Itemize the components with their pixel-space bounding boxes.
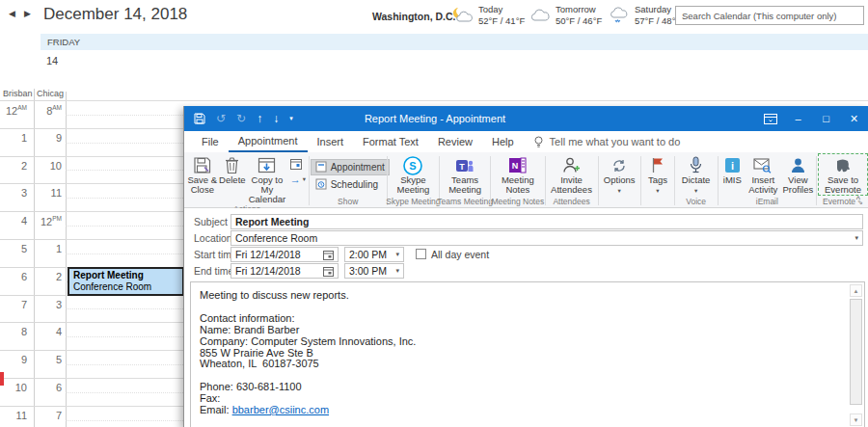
- calendar-event[interactable]: Report Meeting Conference Room: [68, 267, 184, 296]
- appointment-view-button[interactable]: Appointment: [311, 159, 390, 175]
- nav-back-icon[interactable]: ◀: [9, 9, 15, 18]
- dictate-button[interactable]: Dictate ▾: [676, 153, 717, 196]
- delete-button[interactable]: Delete: [219, 153, 247, 185]
- ribbon-display-options-icon[interactable]: [756, 106, 784, 131]
- ribbon-group-voice: Dictate ▾ Voice: [676, 153, 717, 207]
- timezone-label-left: Brisban: [3, 89, 35, 98]
- start-date-field[interactable]: Fri 12/14/2018: [231, 247, 339, 262]
- weather-temps: 50°F / 46°F: [556, 15, 602, 27]
- calendar-mini-button[interactable]: [288, 156, 308, 171]
- view-profiles-button[interactable]: View Profiles: [780, 153, 815, 195]
- collapse-ribbon-icon[interactable]: ^: [856, 195, 860, 204]
- scroll-up-icon[interactable]: ▲: [850, 284, 862, 297]
- ribbon-group-show: Appointment Scheduling Show: [311, 153, 386, 207]
- svg-text:N: N: [512, 161, 519, 171]
- options-sync-icon: [611, 155, 627, 175]
- body-scrollbar[interactable]: ▲ ▼: [850, 284, 862, 426]
- options-button[interactable]: Options ▾: [599, 153, 639, 196]
- start-date-value: Fri 12/14/2018: [235, 249, 301, 260]
- body-line: Company: Computer System Innovations, In…: [200, 336, 841, 348]
- save-icon[interactable]: [194, 113, 205, 124]
- scheduling-button[interactable]: Scheduling: [311, 176, 383, 193]
- cloud-icon: [529, 6, 552, 24]
- tab-appointment[interactable]: Appointment: [229, 131, 308, 152]
- appointment-body[interactable]: Meeting to discuss new reports.Contact i…: [190, 281, 865, 427]
- group-label-evernote: Evernote: [823, 197, 855, 207]
- tab-insert[interactable]: Insert: [308, 131, 354, 152]
- start-time-value: 2:00 PM: [349, 249, 387, 260]
- ribbon-group-actions: Save & Close Delete: [186, 153, 308, 207]
- save-close-label: Save & Close: [186, 175, 219, 195]
- move-up-icon[interactable]: ↑: [257, 113, 262, 124]
- skype-meeting-label: Skype Meeting: [390, 175, 436, 195]
- ribbon-tabs: File Appointment Insert Format Text Revi…: [184, 131, 868, 152]
- chevron-down-icon[interactable]: ▾: [395, 251, 399, 258]
- imis-button[interactable]: i iMIS: [719, 153, 746, 185]
- minimize-button[interactable]: –: [784, 106, 812, 131]
- person-icon: [790, 155, 806, 175]
- svg-text:S: S: [410, 160, 417, 172]
- scheduling-icon: [315, 178, 327, 190]
- start-time-field[interactable]: 2:00 PM ▾: [344, 247, 404, 262]
- tab-help[interactable]: Help: [482, 131, 524, 152]
- undo-icon[interactable]: ↺: [216, 113, 226, 124]
- end-date-field[interactable]: Fri 12/14/2018: [231, 263, 339, 279]
- tell-me-box[interactable]: Tell me what you want to do: [533, 131, 681, 152]
- body-line: Name: Brandi Barber: [200, 325, 841, 336]
- time-row: 62: [0, 267, 66, 295]
- search-input[interactable]: [675, 6, 864, 25]
- subject-field[interactable]: [231, 214, 863, 229]
- time-row: 95: [0, 350, 66, 378]
- redo-icon[interactable]: ↻: [236, 113, 246, 124]
- nav-forward-icon[interactable]: ▶: [24, 9, 31, 18]
- chevron-down-icon[interactable]: ▾: [395, 267, 399, 275]
- teams-meeting-button[interactable]: T Teams Meeting: [442, 153, 488, 195]
- teams-icon: T: [455, 155, 475, 175]
- meeting-notes-button[interactable]: N Meeting Notes: [494, 153, 542, 195]
- scroll-down-icon[interactable]: ▼: [850, 414, 862, 426]
- forward-button[interactable]: → ▾: [288, 172, 308, 186]
- tab-format-text[interactable]: Format Text: [353, 131, 428, 152]
- time-row: 412PM: [0, 211, 66, 239]
- insert-activity-button[interactable]: Insert Activity: [746, 153, 780, 195]
- time-row: 19: [0, 128, 66, 156]
- body-line: Wheaton, IL 60187-3075: [200, 359, 841, 370]
- chevron-down-icon: ▾: [303, 175, 306, 183]
- location-input[interactable]: [235, 232, 854, 244]
- weather-day: Tomorrow: [556, 4, 602, 15]
- move-down-icon[interactable]: ↓: [273, 113, 279, 124]
- date-picker-icon[interactable]: [323, 250, 334, 260]
- maximize-button[interactable]: □: [812, 106, 840, 131]
- subject-input[interactable]: [235, 216, 858, 227]
- all-day-checkbox[interactable]: [416, 249, 426, 259]
- invite-attendees-button[interactable]: Invite Attendees: [547, 153, 597, 195]
- chevron-down-icon: ▾: [656, 186, 659, 196]
- tab-review[interactable]: Review: [428, 131, 482, 152]
- scrollbar-thumb[interactable]: [850, 299, 862, 405]
- actions-small-buttons: → ▾: [288, 153, 308, 186]
- time-row: 117: [0, 406, 66, 427]
- time-row: 84: [0, 322, 66, 350]
- group-label-iemail: iEmail: [756, 197, 778, 207]
- date-picker-icon[interactable]: [323, 266, 334, 277]
- day-header: FRIDAY: [41, 34, 868, 50]
- time-row: 73: [0, 295, 66, 323]
- close-button[interactable]: ×: [840, 106, 868, 131]
- chevron-down-icon[interactable]: ▾: [854, 234, 858, 242]
- tab-file[interactable]: File: [192, 131, 229, 152]
- event-title: Report Meeting: [73, 270, 178, 281]
- tags-button[interactable]: Tags ▾: [642, 153, 673, 196]
- time-row: 210: [0, 156, 66, 184]
- save-to-evernote-button[interactable]: Save to Evernote: [818, 153, 868, 196]
- skype-meeting-button[interactable]: S Skype Meeting: [390, 153, 436, 195]
- body-line: Phone: 630-681-1100: [200, 382, 841, 393]
- location-field[interactable]: ▾: [231, 230, 863, 246]
- end-time-field[interactable]: 3:00 PM ▾: [344, 263, 404, 279]
- group-label-notes: Meeting Notes: [491, 197, 544, 207]
- copy-to-calendar-button[interactable]: Copy to My Calendar: [246, 153, 288, 204]
- save-close-button[interactable]: Save & Close: [186, 153, 219, 195]
- qat-customize-icon[interactable]: ▾: [289, 113, 293, 124]
- email-link[interactable]: bbarber@csiinc.com: [232, 404, 329, 415]
- appointment-item-icon: [315, 161, 327, 173]
- group-separator: [718, 156, 719, 205]
